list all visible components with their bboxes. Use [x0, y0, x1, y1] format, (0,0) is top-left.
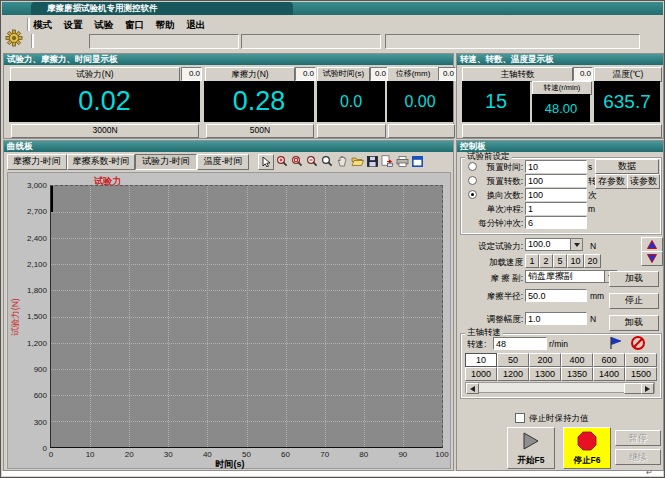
start-button[interactable]: 开始F5: [507, 427, 555, 469]
reversal-count-radio[interactable]: [468, 190, 477, 199]
start-flag-icon[interactable]: [607, 334, 624, 351]
chevron-down-icon[interactable]: [570, 239, 582, 250]
spindle-preset-1350-button[interactable]: 1350: [561, 367, 593, 381]
spindle-scrollbar[interactable]: [465, 382, 655, 393]
title-bar[interactable]: 摩擦磨损试验机专用测控软件: [2, 2, 663, 15]
open-folder-icon[interactable]: [350, 154, 364, 168]
tab-temperature-time[interactable]: 温度-时间: [197, 154, 249, 170]
arrow-down-icon[interactable]: [641, 251, 663, 266]
force-label-bar[interactable]: 试验力(N): [10, 67, 180, 82]
arrow-up-icon[interactable]: [641, 237, 663, 252]
speed-panel-footer-bar: [462, 124, 662, 138]
menu-item-settings[interactable]: 设置: [64, 19, 83, 30]
y-tick: 900: [34, 365, 47, 374]
strokes-per-min-input[interactable]: [525, 216, 587, 229]
pause-button[interactable]: 暂停: [615, 430, 661, 446]
menu-item-mode[interactable]: 模式: [33, 19, 52, 30]
y-tick: 2,700: [27, 207, 47, 216]
preset-time-radio[interactable]: [468, 162, 477, 171]
set-force-combo[interactable]: 100.0: [525, 238, 583, 251]
menu-item-help[interactable]: 帮助: [156, 19, 175, 30]
menu-item-window[interactable]: 窗口: [125, 19, 144, 30]
tab-test-force-time[interactable]: 试验力-时间: [135, 154, 197, 170]
set-force-unit: N: [590, 240, 596, 252]
reversal-count-input[interactable]: [525, 188, 587, 201]
spindle-preset-1400-button[interactable]: 1400: [593, 367, 625, 381]
spindle-preset-1200-button[interactable]: 1200: [497, 367, 529, 381]
load-speed-1-button[interactable]: 1: [525, 254, 539, 268]
menu-item-exit[interactable]: 退出: [186, 19, 205, 30]
chart-area: 试验力 试验力(N): [7, 172, 451, 469]
save-icon[interactable]: [365, 154, 379, 168]
y-axis-ticks: 3,000 2,700 2,400 2,100 1,800 1,500 1,20…: [8, 181, 47, 453]
zoom-in-icon[interactable]: [275, 154, 289, 168]
force-display-panel: 试验力、摩擦力、时间显示板 试验力(N) 0.0 0.02 3000N 摩擦力(…: [3, 53, 454, 139]
stroke-input[interactable]: [525, 202, 587, 215]
prohibit-icon[interactable]: [629, 334, 646, 351]
load-speed-2-button[interactable]: 2: [539, 254, 553, 268]
title-tab: 摩擦磨损试验机专用测控软件: [31, 2, 293, 15]
zoom-out-icon[interactable]: [305, 154, 319, 168]
chart-plot[interactable]: [50, 185, 443, 448]
load-speed-20-button[interactable]: 20: [584, 254, 601, 268]
preset-revs-input[interactable]: [525, 174, 587, 187]
save-params-button[interactable]: 存参数: [595, 174, 628, 189]
unload-button[interactable]: 卸载: [609, 315, 659, 331]
temperature-label-bar: 温度(℃): [594, 67, 662, 82]
speed-display-panel: 转速、转数、温度显示板 主轴转数 0.0 15 转速(r/min) 48.00 …: [456, 53, 664, 139]
friction-pair-combo[interactable]: 销盘摩擦副: [525, 270, 617, 283]
y-tick: 600: [34, 391, 47, 400]
friction-label-bar[interactable]: 摩擦力(N): [205, 67, 295, 82]
cursor-icon[interactable]: [258, 154, 274, 170]
scrollbar-thumb[interactable]: [624, 383, 642, 394]
print-icon[interactable]: [395, 154, 409, 168]
preset-time-input[interactable]: [525, 160, 587, 173]
toolbar-grip: [27, 18, 30, 31]
spindle-preset-1000-button[interactable]: 1000: [465, 367, 497, 381]
spindle-preset-600-button[interactable]: 600: [593, 353, 625, 367]
time-peak-value: 0.0: [370, 67, 388, 81]
menu-item-test[interactable]: 试验: [94, 19, 113, 30]
load-speed-5-button[interactable]: 5: [553, 254, 567, 268]
gridline: [51, 264, 442, 265]
load-speed-10-button[interactable]: 10: [567, 254, 584, 268]
preset-revs-radio[interactable]: [468, 176, 477, 185]
adjust-amplitude-input[interactable]: [525, 312, 587, 325]
spindle-preset-200-button[interactable]: 200: [529, 353, 561, 367]
stop-load-button[interactable]: 停止: [609, 293, 659, 309]
stop-button[interactable]: 停止F6: [563, 427, 611, 469]
chart-x-axis-label: 时间(s): [8, 458, 452, 471]
load-button[interactable]: 加载: [609, 271, 659, 287]
window-title: 摩擦磨损试验机专用测控软件: [47, 3, 158, 13]
spindle-preset-1500-button[interactable]: 1500: [625, 367, 657, 381]
new-window-icon[interactable]: [410, 154, 424, 168]
control-panel: 控制板 试验前设定 预置时间: s 数据 预置转数: 转 存参数 读参数 换向次…: [456, 140, 664, 471]
spindle-preset-10-button[interactable]: 10: [465, 353, 497, 367]
gridline: [51, 343, 442, 344]
pan-hand-icon[interactable]: [335, 154, 349, 168]
export-icon[interactable]: [380, 154, 394, 168]
read-params-button[interactable]: 读参数: [627, 174, 660, 189]
hold-force-checkbox[interactable]: [515, 413, 525, 423]
scroll-right-icon[interactable]: [641, 383, 654, 394]
spindle-speed-input[interactable]: [493, 337, 547, 350]
time-label-bar: 试验时间(s): [317, 67, 370, 82]
speed-label-bar: 转速(r/min): [532, 81, 592, 95]
zoom-box-icon[interactable]: [290, 154, 304, 168]
gear-icon[interactable]: [5, 29, 23, 47]
spindle-preset-800-button[interactable]: 800: [625, 353, 657, 367]
revolutions-label-bar[interactable]: 主轴转数: [462, 67, 573, 82]
preset-revs-label: 预置转数:: [477, 175, 523, 187]
resume-button[interactable]: 继续: [615, 449, 661, 465]
friction-radius-input[interactable]: [525, 289, 587, 302]
spindle-preset-1300-button[interactable]: 1300: [529, 367, 561, 381]
data-button[interactable]: 数据: [595, 159, 659, 174]
toolbar-grip: [31, 34, 34, 48]
spindle-preset-400-button[interactable]: 400: [561, 353, 593, 367]
spindle-preset-50-button[interactable]: 50: [497, 353, 529, 367]
tab-friction-time[interactable]: 摩擦力-时间: [7, 154, 67, 170]
gridline: [51, 238, 442, 239]
scroll-left-icon[interactable]: [466, 383, 479, 394]
tab-friction-coef-time[interactable]: 摩擦系数-时间: [67, 154, 135, 170]
magnifier-icon[interactable]: [320, 154, 334, 168]
